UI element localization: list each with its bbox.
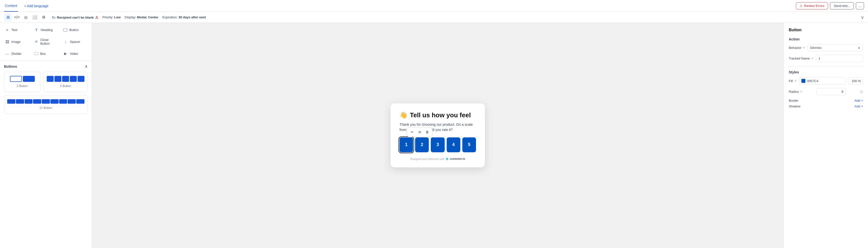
toolbar-collapse-button[interactable]: ∨	[861, 14, 864, 20]
chevron-down-icon: ∨	[858, 46, 860, 49]
settings-button[interactable]: ⚙	[40, 13, 48, 21]
box-element[interactable]: Box	[33, 49, 59, 58]
tracked-name-label: Tracked Name ↺	[789, 57, 813, 60]
heading-icon: T	[34, 28, 39, 32]
canvas: 👋 Tell us how you feel Thank you for cho…	[92, 23, 783, 248]
warning-icon: ⚠	[800, 4, 803, 8]
fill-reset-icon[interactable]: ↺	[794, 79, 797, 82]
edit-button[interactable]: ✏	[409, 129, 415, 136]
video-element[interactable]: ▶ Video	[62, 49, 88, 58]
right-panel: Button Action Behavior ↺ Dismiss ∨ Track…	[783, 23, 868, 248]
fill-color-value: 0057C4	[807, 79, 843, 83]
fill-label: Fill ↺	[789, 79, 797, 83]
shadow-add-button[interactable]: Add +	[854, 104, 863, 108]
element-floating-toolbar: ✏ ⧉ 🗑	[407, 128, 432, 137]
templates-button[interactable]: ⬜	[31, 13, 39, 21]
shadow-label: Shadow	[789, 104, 800, 108]
tracked-name-reset-icon[interactable]: ↺	[811, 57, 813, 60]
action-section-title: Action	[789, 37, 863, 41]
text-icon: ≡	[5, 28, 9, 32]
grid-view-button[interactable]: ⊞	[4, 13, 12, 21]
fill-opacity-field[interactable]: 100 %	[848, 77, 863, 84]
behavior-select[interactable]: Dismiss ∨	[807, 44, 863, 51]
pencil-icon: ✏	[411, 130, 414, 134]
main-layout: ≡ Text T Heading Button 🖼 Image ✕ Close …	[0, 23, 868, 248]
left-panel: ≡ Text T Heading Button 🖼 Image ✕ Close …	[0, 23, 92, 248]
more-options-button[interactable]: ...	[856, 2, 864, 9]
image-label: Image	[11, 40, 20, 44]
copy-icon: ⧉	[418, 130, 421, 134]
divider-icon: —	[5, 51, 9, 56]
5-button-preview	[47, 76, 85, 82]
radius-field-row: Radius ↺ ⊡	[789, 88, 863, 95]
5-button-preset[interactable]: 5 Button	[43, 72, 88, 92]
buttons-section-header: Buttons ∧	[4, 64, 88, 69]
button-element[interactable]: Button	[62, 26, 88, 34]
code-icon: </>	[14, 15, 20, 20]
templates-icon: ⬜	[32, 15, 37, 20]
add-language-button[interactable]: + Add language	[22, 3, 51, 9]
modal-title-text: Tell us how you feel	[410, 111, 471, 119]
display-field: Display: Modal, Center	[125, 15, 158, 19]
close-button-element[interactable]: ✕ Close Button	[33, 36, 59, 47]
elements-grid: ≡ Text T Heading Button 🖼 Image ✕ Close …	[0, 23, 92, 61]
right-panel-title: Button	[789, 28, 863, 32]
delete-button[interactable]: 🗑	[424, 129, 431, 136]
2-button-preview	[10, 76, 35, 82]
duplicate-button[interactable]: ⧉	[416, 129, 423, 136]
border-add-button[interactable]: Add +	[854, 99, 863, 102]
top-bar-right: ⚠ Review Errors Send test... ...	[796, 2, 864, 9]
more-icon: ...	[859, 4, 861, 8]
radius-reset-icon[interactable]: ↺	[800, 90, 802, 93]
heading-element[interactable]: T Heading	[33, 26, 59, 34]
customerio-logo-icon	[446, 157, 448, 161]
preview-button[interactable]: ◎	[22, 13, 30, 21]
wave-emoji: 👋	[400, 111, 407, 119]
11-button-label: 11 Button	[39, 106, 52, 110]
trash-icon: 🗑	[426, 130, 429, 134]
divider-element[interactable]: — Divider	[4, 49, 29, 58]
tracked-name-input[interactable]	[816, 55, 863, 62]
resize-icon: ⊡	[860, 90, 863, 94]
video-label: Video	[70, 52, 78, 56]
rating-button-3[interactable]: 3	[431, 137, 444, 152]
text-label: Text	[11, 28, 18, 32]
rating-button-1[interactable]: 1	[400, 137, 413, 152]
rating-button-2[interactable]: 2	[415, 137, 429, 152]
outline-btn-preview	[10, 76, 22, 82]
solid-btn-preview	[23, 76, 35, 82]
border-label: Border	[789, 99, 799, 102]
plus-icon: +	[861, 99, 863, 102]
chevron-down-icon: ∨	[861, 15, 864, 20]
review-errors-button[interactable]: ⚠ Review Errors	[796, 2, 828, 9]
fill-field-row: Fill ↺ 0057C4 100 %	[789, 77, 863, 84]
buttons-section: Buttons ∧ 2 Button	[0, 61, 92, 117]
box-label: Box	[40, 52, 46, 56]
code-view-button[interactable]: </>	[13, 13, 21, 21]
image-icon: 🖼	[5, 40, 9, 44]
box-icon	[34, 52, 38, 55]
to-field: To: Recipient can't be blank ⚠	[52, 15, 98, 19]
spacer-element[interactable]: ↕ Spacer	[62, 36, 88, 47]
send-test-button[interactable]: Send test...	[830, 2, 854, 9]
radius-input[interactable]	[816, 88, 846, 95]
2-button-preset[interactable]: 2 Button	[4, 72, 40, 92]
divider-line	[789, 66, 863, 66]
fill-color-field[interactable]: 0057C4	[799, 77, 846, 84]
fill-color-swatch	[801, 79, 806, 83]
rating-button-4[interactable]: 4	[447, 137, 460, 152]
tab-content[interactable]: Content	[4, 0, 18, 12]
behavior-reset-icon[interactable]: ↺	[803, 46, 805, 49]
rating-button-5[interactable]: 5	[462, 137, 476, 152]
gear-icon: ⚙	[42, 15, 45, 20]
spacer-label: Spacer	[70, 40, 80, 44]
button-icon	[63, 29, 67, 32]
image-element[interactable]: 🖼 Image	[4, 36, 29, 47]
11-button-preset[interactable]: 11 Button	[4, 95, 88, 114]
top-bar: Content + Add language ⚠ Review Errors S…	[0, 0, 868, 12]
modal-footer: Designed and delivered with customer.io	[400, 157, 476, 161]
behavior-label: Behavior ↺	[789, 46, 805, 49]
section-collapse-icon[interactable]: ∧	[85, 64, 88, 69]
footer-text: Designed and delivered with	[410, 157, 444, 161]
text-element[interactable]: ≡ Text	[4, 26, 29, 34]
